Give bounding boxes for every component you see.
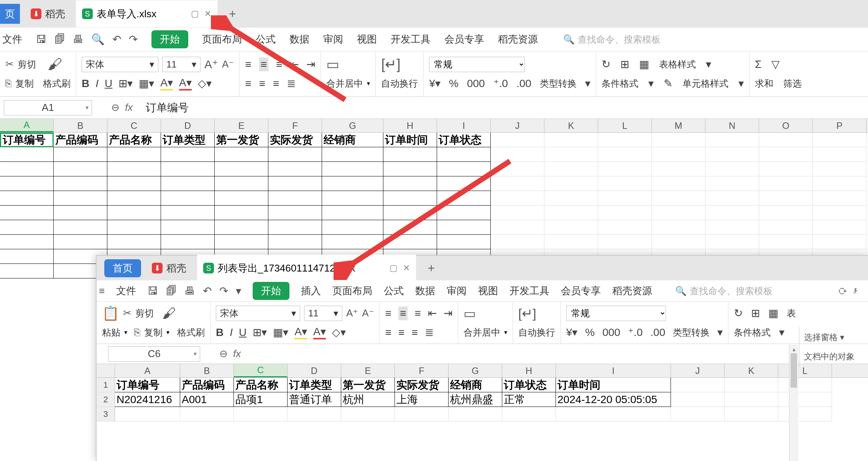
highlight-button[interactable]: A▾ bbox=[160, 76, 173, 91]
col-header-L[interactable]: L bbox=[598, 119, 652, 132]
cell[interactable]: 正常 bbox=[502, 392, 556, 407]
cell[interactable]: 订单时间 bbox=[556, 378, 671, 392]
cell[interactable] bbox=[778, 378, 832, 392]
wrap-icon[interactable]: [↵] bbox=[518, 306, 536, 321]
indentr-icon[interactable]: ⇥ bbox=[306, 58, 315, 71]
cell[interactable] bbox=[544, 220, 598, 235]
col-header-F[interactable]: F bbox=[268, 119, 322, 132]
menu-layout[interactable]: 页面布局 bbox=[202, 33, 242, 46]
cell[interactable] bbox=[491, 191, 544, 206]
cell[interactable] bbox=[268, 191, 322, 206]
tab-window-icon[interactable]: ▢ bbox=[390, 263, 398, 273]
bot-name-box[interactable]: C6▾ bbox=[108, 346, 200, 362]
cell[interactable] bbox=[544, 133, 598, 147]
cut-icon[interactable]: ✂ bbox=[123, 307, 132, 319]
col-header-G[interactable]: G bbox=[449, 364, 502, 377]
cell[interactable] bbox=[598, 176, 652, 191]
bot-menu-data[interactable]: 数据 bbox=[415, 284, 435, 298]
paste-label[interactable]: 粘贴 bbox=[102, 326, 120, 339]
col-header-C[interactable]: C bbox=[234, 364, 288, 377]
cell[interactable] bbox=[813, 133, 866, 147]
cell[interactable] bbox=[54, 176, 107, 191]
font-color-button[interactable]: A▾ bbox=[179, 76, 192, 91]
col-header-B[interactable]: B bbox=[54, 119, 107, 132]
cell[interactable] bbox=[383, 191, 437, 206]
cell[interactable] bbox=[54, 206, 107, 220]
cell[interactable] bbox=[383, 162, 437, 176]
cell[interactable] bbox=[0, 147, 54, 162]
cell[interactable] bbox=[813, 191, 866, 206]
cell[interactable] bbox=[437, 162, 491, 176]
tab-home[interactable]: 页 bbox=[0, 4, 20, 24]
merge-icon[interactable]: ▭ bbox=[326, 56, 339, 72]
cell[interactable] bbox=[215, 220, 268, 235]
menu-member[interactable]: 会员专享 bbox=[444, 33, 484, 46]
border-button[interactable]: ⊞▾ bbox=[253, 326, 267, 339]
cell[interactable] bbox=[180, 407, 234, 421]
cell[interactable] bbox=[813, 162, 866, 176]
format-painter-label[interactable]: 格式刷 bbox=[177, 326, 205, 339]
cell[interactable] bbox=[778, 392, 832, 407]
cell[interactable]: 订单状态 bbox=[437, 133, 491, 147]
cell[interactable] bbox=[491, 147, 544, 162]
cell[interactable] bbox=[322, 147, 383, 162]
redo-icon[interactable]: ↷ bbox=[129, 33, 138, 46]
cell[interactable] bbox=[437, 191, 491, 206]
sync-icon[interactable]: ⟳ ៛ bbox=[838, 285, 860, 297]
bot-menu-resource[interactable]: 稻壳资源 bbox=[612, 284, 652, 298]
cell[interactable] bbox=[322, 206, 383, 220]
cell[interactable] bbox=[234, 407, 288, 421]
typeconv-label[interactable]: 类型转换 bbox=[540, 77, 577, 90]
table-style-icon[interactable]: ▦ bbox=[768, 307, 778, 319]
cell[interactable] bbox=[556, 407, 671, 421]
cell[interactable] bbox=[0, 162, 54, 176]
align-center-icon[interactable]: ≡ bbox=[259, 77, 265, 90]
col-header-O[interactable]: O bbox=[759, 119, 813, 132]
tab-window-icon[interactable]: ▢ bbox=[191, 9, 199, 19]
undo-icon[interactable]: ↶ bbox=[112, 33, 121, 46]
cell[interactable] bbox=[491, 176, 544, 191]
align-mid-icon[interactable]: ≡ bbox=[259, 58, 268, 71]
cell[interactable]: 产品名称 bbox=[107, 133, 161, 147]
cell[interactable] bbox=[268, 235, 322, 249]
bot-menu-search[interactable]: 🔍 查找命令、搜索模板 bbox=[675, 285, 773, 297]
bot-menu-review[interactable]: 审阅 bbox=[447, 284, 467, 298]
cell[interactable] bbox=[705, 191, 759, 206]
cell[interactable] bbox=[215, 162, 268, 176]
cell[interactable] bbox=[778, 407, 832, 421]
insert-table-icon[interactable]: ⊞ bbox=[620, 58, 629, 71]
cell[interactable] bbox=[725, 378, 778, 392]
fx-icon[interactable]: fx bbox=[125, 102, 133, 114]
cell[interactable] bbox=[437, 220, 491, 235]
hamburger-icon[interactable]: ≡ bbox=[99, 285, 105, 297]
cell[interactable] bbox=[322, 191, 383, 206]
bot-tab-home[interactable]: 首页 bbox=[104, 259, 141, 277]
cell[interactable] bbox=[161, 176, 215, 191]
cell[interactable]: 经销商 bbox=[322, 133, 383, 147]
bot-menu-insert[interactable]: 插入 bbox=[301, 284, 321, 298]
tab-close-icon[interactable]: ✕ bbox=[403, 263, 410, 273]
cell[interactable] bbox=[161, 191, 215, 206]
cell[interactable] bbox=[813, 147, 866, 162]
save-icon[interactable]: 🖫 bbox=[148, 285, 158, 297]
cell[interactable] bbox=[0, 176, 54, 191]
cell[interactable] bbox=[759, 133, 813, 147]
cell[interactable]: 订单类型 bbox=[288, 378, 341, 392]
cell[interactable] bbox=[0, 264, 54, 278]
fx-icon[interactable]: fx bbox=[233, 348, 241, 360]
cell[interactable] bbox=[652, 235, 705, 249]
cell[interactable] bbox=[652, 162, 705, 176]
font-grow-icon[interactable]: A⁺ bbox=[204, 58, 218, 71]
cell[interactable] bbox=[383, 176, 437, 191]
cell[interactable]: 订单编号 bbox=[115, 378, 180, 392]
wrap-icon[interactable]: [↵] bbox=[381, 56, 400, 72]
cell[interactable] bbox=[107, 191, 161, 206]
cell[interactable] bbox=[652, 133, 705, 147]
merge-icon[interactable]: ▭ bbox=[464, 306, 476, 321]
cell[interactable] bbox=[705, 235, 759, 249]
cell[interactable] bbox=[161, 206, 215, 220]
cell[interactable] bbox=[652, 147, 705, 162]
cell[interactable] bbox=[705, 133, 759, 147]
cell[interactable] bbox=[0, 220, 54, 235]
align-bot-icon[interactable]: ≡ bbox=[276, 58, 282, 71]
